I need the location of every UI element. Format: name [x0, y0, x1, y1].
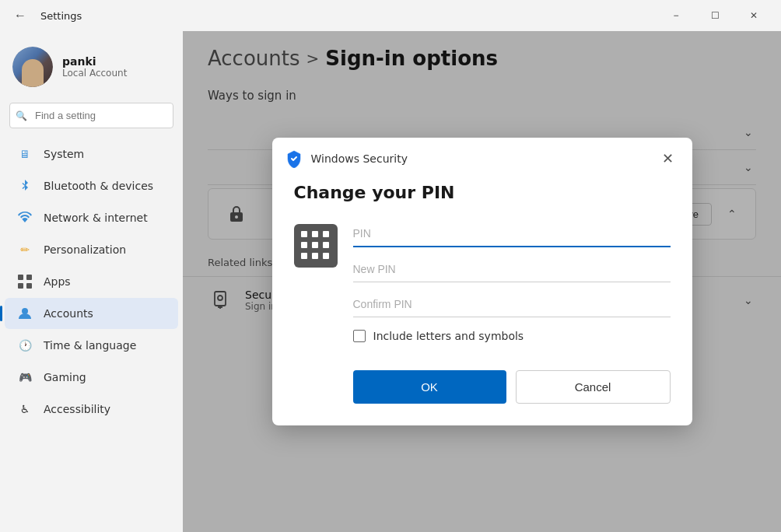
- window-controls: − ☐ ✕: [658, 3, 772, 28]
- search-input[interactable]: [9, 103, 173, 128]
- avatar: [12, 47, 53, 87]
- modal-heading: Change your PIN: [294, 183, 671, 202]
- modal-titlebar: Windows Security ✕: [272, 138, 692, 177]
- sidebar-item-personalization[interactable]: ✏ Personalization: [5, 234, 178, 265]
- sidebar-item-bluetooth-label: Bluetooth & devices: [44, 180, 153, 192]
- numpad-dot-3: [323, 231, 329, 237]
- title-bar-left: ← Settings: [9, 5, 82, 26]
- sidebar-item-network[interactable]: Network & internet: [5, 202, 178, 233]
- sidebar-item-network-label: Network & internet: [44, 212, 148, 224]
- user-profile: panki Local Account: [0, 37, 183, 100]
- ok-button[interactable]: OK: [353, 370, 506, 404]
- numpad-dots: [301, 231, 331, 261]
- sidebar-item-apps-label: Apps: [44, 275, 71, 288]
- sidebar-item-personalization-label: Personalization: [44, 243, 126, 256]
- bluetooth-icon: [17, 178, 33, 194]
- checkbox-label: Include letters and symbols: [373, 330, 524, 342]
- numpad-dot-8: [312, 253, 318, 259]
- sidebar-nav: 🖥 System Bluetooth & devices Network & i…: [0, 138, 183, 425]
- apps-icon: [17, 274, 33, 289]
- sidebar-item-accounts-label: Accounts: [44, 307, 93, 320]
- gaming-icon: 🎮: [17, 369, 33, 385]
- numpad-dot-6: [323, 242, 329, 248]
- sidebar-item-gaming[interactable]: 🎮 Gaming: [5, 362, 178, 393]
- title-bar: ← Settings − ☐ ✕: [0, 0, 781, 31]
- user-name: panki: [62, 55, 127, 68]
- sidebar-item-time-label: Time & language: [44, 339, 136, 352]
- modal-overlay: Windows Security ✕ Change your PIN: [183, 31, 781, 532]
- numpad-dot-9: [323, 253, 329, 259]
- modal-footer: OK Cancel: [353, 370, 671, 404]
- time-icon: 🕐: [17, 338, 33, 353]
- network-icon: [17, 210, 33, 226]
- svg-rect-1: [26, 275, 32, 280]
- current-pin-input[interactable]: [353, 221, 671, 247]
- app-container: panki Local Account 🔍 🖥 System Bluetooth…: [0, 31, 781, 532]
- sidebar-item-accounts[interactable]: Accounts: [5, 298, 178, 329]
- content-area: Accounts > Sign-in options Ways to sign …: [183, 31, 781, 532]
- sidebar-item-accessibility[interactable]: ♿ Accessibility: [5, 394, 178, 425]
- numpad-dot-4: [301, 242, 307, 248]
- sidebar-item-bluetooth[interactable]: Bluetooth & devices: [5, 170, 178, 201]
- modal-close-button[interactable]: ✕: [656, 149, 680, 169]
- svg-rect-0: [18, 275, 23, 280]
- accessibility-icon: ♿: [17, 401, 33, 417]
- user-account-type: Local Account: [62, 68, 127, 79]
- system-icon: 🖥: [17, 146, 33, 162]
- shield-icon: [285, 149, 303, 168]
- back-button[interactable]: ←: [9, 5, 31, 26]
- avatar-figure: [22, 59, 44, 87]
- svg-rect-3: [26, 283, 32, 289]
- new-pin-input[interactable]: [353, 257, 671, 282]
- close-window-button[interactable]: ✕: [736, 3, 772, 28]
- accounts-icon: [17, 306, 33, 321]
- numpad-dot-7: [301, 253, 307, 259]
- sidebar-item-accessibility-label: Accessibility: [44, 403, 110, 415]
- sidebar-item-time[interactable]: 🕐 Time & language: [5, 330, 178, 361]
- modal-title: Windows Security: [311, 152, 648, 165]
- modal-grid: Include letters and symbols OK Cancel: [294, 221, 671, 404]
- include-letters-checkbox[interactable]: [353, 330, 366, 342]
- svg-point-4: [22, 308, 28, 314]
- user-info: panki Local Account: [62, 55, 127, 79]
- confirm-pin-input[interactable]: [353, 292, 671, 317]
- cancel-button[interactable]: Cancel: [516, 370, 671, 404]
- sidebar: panki Local Account 🔍 🖥 System Bluetooth…: [0, 31, 183, 532]
- modal-body: Change your PIN: [272, 177, 692, 425]
- app-title: Settings: [40, 10, 82, 22]
- numpad-dot-2: [312, 231, 318, 237]
- avatar-image: [12, 47, 53, 87]
- personalization-icon: ✏: [17, 242, 33, 257]
- search-icon: 🔍: [16, 110, 27, 121]
- sidebar-item-gaming-label: Gaming: [44, 371, 86, 383]
- numpad-icon: [294, 224, 338, 268]
- sidebar-item-system[interactable]: 🖥 System: [5, 138, 178, 170]
- pin-form-fields: Include letters and symbols OK Cancel: [353, 221, 671, 404]
- svg-rect-2: [18, 283, 23, 289]
- numpad-dot-5: [312, 242, 318, 248]
- sidebar-item-apps[interactable]: Apps: [5, 266, 178, 297]
- maximize-button[interactable]: ☐: [697, 3, 733, 28]
- search-box: 🔍: [9, 103, 173, 128]
- change-pin-modal: Windows Security ✕ Change your PIN: [272, 138, 692, 425]
- sidebar-item-system-label: System: [44, 148, 84, 160]
- minimize-button[interactable]: −: [658, 3, 694, 28]
- checkbox-row: Include letters and symbols: [353, 330, 671, 342]
- numpad-dot-1: [301, 231, 307, 237]
